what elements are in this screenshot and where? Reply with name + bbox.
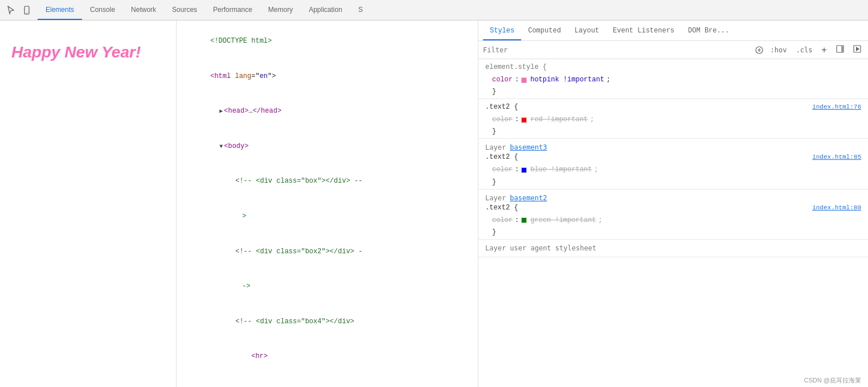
tab-memory[interactable]: Memory xyxy=(260,0,301,20)
tab-computed[interactable]: Computed xyxy=(521,27,568,40)
text2-rule-close: } xyxy=(478,127,868,136)
dom-line-comment2-cont: -> xyxy=(177,269,478,304)
user-agent-footer: Layer user agent stylesheet xyxy=(478,240,868,257)
basement3-section: Layer basement3 .text2 { index.html:85 c… xyxy=(478,139,868,189)
tab-dom-breakpoints[interactable]: DOM Bre... xyxy=(681,27,736,40)
color-swatch-blue[interactable] xyxy=(521,167,527,173)
dom-line-comment3: <!-- <div class="box4"></div> xyxy=(177,304,478,340)
text2-rule-body: color: red !important; xyxy=(478,113,868,127)
basement2-rule-close: } xyxy=(478,228,868,237)
svg-rect-4 xyxy=(841,46,844,52)
style-prop-color-red: color: red !important; xyxy=(492,114,854,126)
tab-styles[interactable]: Styles xyxy=(483,27,521,40)
page-preview: Happy New Year! xyxy=(0,20,177,387)
user-agent-text: Layer user agent stylesheet xyxy=(485,244,596,252)
styles-filter-input[interactable] xyxy=(483,46,750,54)
text2-source-link[interactable]: index.html:76 xyxy=(812,104,861,110)
element-style-close: } xyxy=(478,87,868,96)
svg-marker-6 xyxy=(856,47,859,51)
basement2-rule-header: .text2 { index.html:80 xyxy=(478,202,868,213)
filter-play-btn[interactable] xyxy=(851,44,863,56)
filter-layers-icon[interactable] xyxy=(755,46,764,55)
tab-application[interactable]: Application xyxy=(301,0,350,20)
tab-performance[interactable]: Performance xyxy=(205,0,260,20)
filter-cls-btn[interactable]: .cls xyxy=(793,45,814,55)
styles-filter-bar: :hov .cls + xyxy=(478,41,868,59)
tab-console[interactable]: Console xyxy=(82,0,123,20)
basement2-link[interactable]: basement2 xyxy=(510,194,547,202)
filter-hov-btn[interactable]: :hov xyxy=(768,45,789,55)
dom-line-box5: <div class="box5"></div> --> xyxy=(177,374,478,387)
cursor-icon[interactable] xyxy=(5,4,17,17)
dom-line-comment1: <!-- <div class="box"></div> -- xyxy=(177,164,478,199)
basement2-layer-label: Layer basement2 xyxy=(478,192,868,202)
dom-line-comment2: <!-- <div class="box2"></div> - xyxy=(177,234,478,269)
element-style-section: element.style { color: hotpink !importan… xyxy=(478,59,868,99)
color-swatch-green[interactable] xyxy=(521,217,527,223)
color-swatch-hotpink[interactable] xyxy=(521,77,527,83)
text2-rule-section: .text2 { index.html:76 color: red !impor… xyxy=(478,99,868,139)
text2-rule-header: .text2 { index.html:76 xyxy=(478,101,868,113)
basement3-source-link[interactable]: index.html:85 xyxy=(812,154,861,160)
tab-more[interactable]: S xyxy=(350,0,371,20)
style-prop-color-hotpink: color: hotpink !important; xyxy=(492,74,854,86)
devtools-toolbar: Elements Console Network Sources Perform… xyxy=(0,0,868,20)
tab-elements[interactable]: Elements xyxy=(38,0,82,20)
happy-new-year-text: Happy New Year! xyxy=(11,43,165,61)
basement2-section: Layer basement2 .text2 { index.html:80 c… xyxy=(478,190,868,240)
dom-line-doctype: <!DOCTYPE html> xyxy=(177,24,478,59)
dom-line-body[interactable]: ▼<body> xyxy=(177,129,478,164)
filter-add-btn[interactable]: + xyxy=(819,43,829,56)
watermark: CSDN @庇耳拉海莱 xyxy=(804,376,861,385)
basement3-rule-body: color: blue !important; xyxy=(478,163,868,177)
tab-event-listeners[interactable]: Event Listeners xyxy=(606,27,681,40)
basement2-source-link[interactable]: index.html:80 xyxy=(812,204,861,211)
toolbar-icons xyxy=(5,4,33,17)
tab-sources[interactable]: Sources xyxy=(164,0,205,20)
tab-network[interactable]: Network xyxy=(123,0,164,20)
filter-actions: :hov .cls + xyxy=(755,43,863,56)
style-prop-color-blue: color: blue !important; xyxy=(492,164,854,176)
element-style-body: color: hotpink !important; xyxy=(478,73,868,87)
basement2-rule-body: color: green !important; xyxy=(478,213,868,228)
dom-line-hr1: <hr> xyxy=(177,339,478,374)
dom-panel: <!DOCTYPE html> <html lang="en"> ▶<head>… xyxy=(177,20,478,387)
styles-tabs: Styles Computed Layout Event Listeners D… xyxy=(478,20,868,41)
tab-list: Elements Console Network Sources Perform… xyxy=(38,0,371,20)
basement3-rule-header: .text2 { index.html:85 xyxy=(478,151,868,163)
styles-panel: Styles Computed Layout Event Listeners D… xyxy=(478,20,868,387)
style-prop-color-green: color: green !important; xyxy=(492,215,854,227)
user-agent-label: Layer user agent stylesheet xyxy=(478,242,868,254)
basement3-rule-close: } xyxy=(478,178,868,187)
main-content: Happy New Year! <!DOCTYPE html> <html la… xyxy=(0,20,868,387)
dom-line-head[interactable]: ▶<head>…</head> xyxy=(177,94,478,129)
element-style-header: element.style { xyxy=(478,61,868,73)
color-swatch-red[interactable] xyxy=(521,117,527,123)
filter-dock-btn[interactable] xyxy=(834,44,846,56)
basement3-layer-label: Layer basement3 xyxy=(478,141,868,151)
tab-layout[interactable]: Layout xyxy=(568,27,606,40)
dom-line-html: <html lang="en"> xyxy=(177,59,478,94)
dom-line-comment1-cont: > xyxy=(177,199,478,234)
basement3-link[interactable]: basement3 xyxy=(510,143,547,151)
mobile-icon[interactable] xyxy=(21,4,33,17)
